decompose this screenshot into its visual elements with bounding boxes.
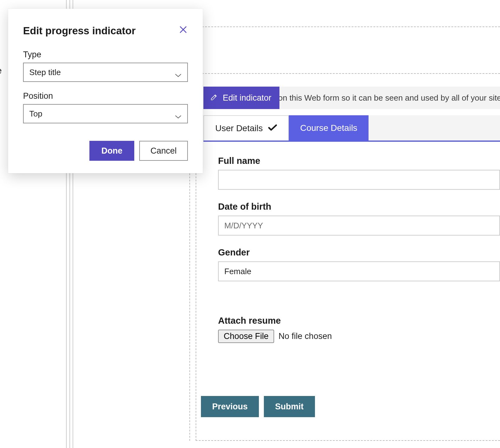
file-status-text: No file chosen [279, 331, 332, 341]
close-icon [179, 30, 188, 35]
gender-label: Gender [218, 247, 500, 258]
type-select-value: Step title [29, 68, 61, 77]
file-input-row: Choose File No file chosen [218, 330, 500, 343]
chevron-down-icon [175, 112, 182, 116]
choose-file-label: Choose File [224, 331, 269, 341]
gender-value: Female [224, 267, 251, 276]
close-button[interactable] [179, 25, 188, 34]
form-actions: Previous Submit [201, 396, 500, 417]
done-button[interactable]: Done [89, 141, 134, 161]
position-select-value: Top [29, 109, 42, 119]
choose-file-button[interactable]: Choose File [218, 330, 274, 343]
dashed-guide-top [189, 26, 500, 27]
position-select[interactable]: Top [23, 104, 188, 123]
type-label: Type [23, 50, 188, 60]
form-body: Full name Date of birth Gender Female At… [218, 156, 500, 417]
previous-button[interactable]: Previous [201, 396, 259, 417]
attach-resume-label: Attach resume [218, 316, 500, 326]
dob-label: Date of birth [218, 202, 500, 212]
previous-label: Previous [212, 402, 248, 411]
edit-indicator-label: Edit indicator [223, 93, 271, 103]
step-user-details[interactable]: User Details [203, 115, 289, 141]
position-label: Position [23, 91, 188, 101]
submit-label: Submit [275, 402, 304, 411]
gender-select[interactable]: Female [218, 261, 500, 281]
info-banner-text: on this Web form so it can be seen and u… [278, 93, 500, 103]
step-course-details[interactable]: Course Details [289, 115, 369, 141]
dob-input[interactable] [218, 216, 500, 236]
step-user-details-label: User Details [215, 123, 263, 133]
step-course-details-label: Course Details [300, 123, 357, 133]
edit-indicator-button[interactable]: Edit indicator [203, 87, 279, 109]
submit-button[interactable]: Submit [264, 396, 315, 417]
full-name-input[interactable] [218, 170, 500, 190]
truncated-label-left: e [0, 66, 2, 76]
type-select[interactable]: Step title [23, 63, 188, 82]
popover-title: Edit progress indicator [23, 25, 136, 37]
popover-actions: Done Cancel [23, 141, 188, 161]
cancel-label: Cancel [150, 146, 177, 155]
chevron-down-icon [175, 70, 182, 74]
cancel-button[interactable]: Cancel [139, 141, 188, 161]
pencil-icon [210, 93, 218, 103]
checkmark-icon [268, 123, 277, 133]
done-label: Done [101, 146, 122, 155]
edit-progress-popover: Edit progress indicator Type Step title … [8, 9, 203, 173]
progress-steps: User Details Course Details [203, 115, 500, 142]
full-name-label: Full name [218, 156, 500, 166]
